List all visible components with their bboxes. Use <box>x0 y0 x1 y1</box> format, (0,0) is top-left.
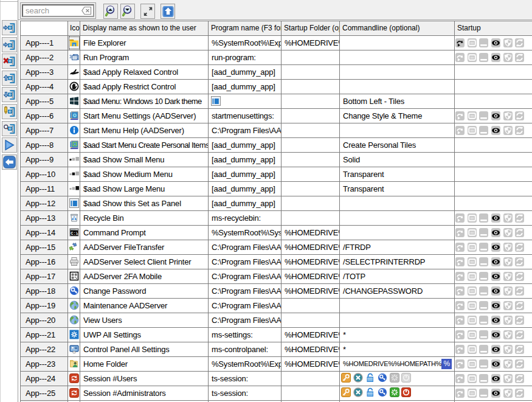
svg-text:C:\: C:\ <box>71 231 78 236</box>
